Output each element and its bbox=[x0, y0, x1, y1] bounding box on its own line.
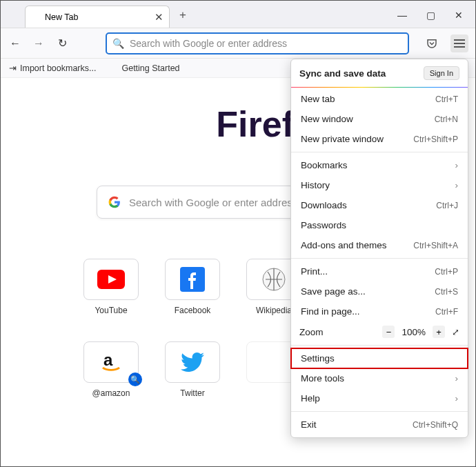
shortcut-amazon[interactable]: a 🔍 @amazon bbox=[83, 341, 139, 398]
import-bookmarks-label: Import bookmarks... bbox=[20, 63, 96, 73]
shortcut-label: YouTube bbox=[95, 306, 127, 315]
url-bar[interactable]: 🔍 bbox=[106, 32, 409, 54]
sync-heading: Sync and save data bbox=[299, 68, 386, 79]
svg-rect-1 bbox=[454, 39, 465, 41]
app-menu-button[interactable] bbox=[450, 34, 468, 52]
menu-exit[interactable]: ExitCtrl+Shift+Q bbox=[291, 415, 468, 435]
facebook-icon bbox=[180, 267, 205, 292]
search-pin-icon: 🔍 bbox=[128, 372, 142, 386]
window-minimize-button[interactable]: — bbox=[397, 10, 407, 21]
google-icon bbox=[108, 196, 121, 208]
menu-find[interactable]: Find in page...Ctrl+F bbox=[291, 301, 468, 321]
menu-new-private-window[interactable]: New private windowCtrl+Shift+P bbox=[291, 129, 468, 149]
getting-started-label: Getting Started bbox=[121, 63, 179, 73]
shortcut-label: Facebook bbox=[175, 306, 211, 315]
menu-new-tab[interactable]: New tabCtrl+T bbox=[291, 89, 468, 109]
youtube-icon bbox=[97, 270, 125, 289]
app-menu-panel: Sync and save data Sign In New tabCtrl+T… bbox=[290, 59, 468, 438]
amazon-icon: a bbox=[98, 350, 124, 374]
wikipedia-icon bbox=[261, 267, 286, 292]
chevron-right-icon: › bbox=[455, 160, 459, 170]
menu-save-page[interactable]: Save page as...Ctrl+S bbox=[291, 281, 468, 301]
shortcut-twitter[interactable]: Twitter bbox=[165, 341, 220, 398]
zoom-out-button[interactable]: − bbox=[382, 326, 395, 338]
chevron-right-icon: › bbox=[455, 393, 459, 404]
menu-bookmarks[interactable]: Bookmarks› bbox=[291, 155, 468, 175]
menu-downloads[interactable]: DownloadsCtrl+J bbox=[291, 195, 468, 215]
import-icon: ⇥ bbox=[9, 63, 17, 73]
chevron-right-icon: › bbox=[455, 373, 459, 384]
menu-zoom-row: Zoom − 100% + ⤢ bbox=[291, 321, 468, 342]
menu-print[interactable]: Print...Ctrl+P bbox=[291, 261, 468, 281]
chevron-right-icon: › bbox=[455, 180, 459, 190]
import-bookmarks-button[interactable]: ⇥ Import bookmarks... bbox=[9, 63, 96, 73]
firefox-favicon bbox=[31, 12, 41, 22]
svg-rect-3 bbox=[454, 46, 465, 48]
shortcut-label: Wikipedia bbox=[256, 306, 292, 315]
menu-passwords[interactable]: Passwords bbox=[291, 215, 468, 235]
back-button[interactable]: ← bbox=[8, 37, 23, 50]
shortcut-label: Twitter bbox=[180, 388, 204, 398]
window-controls: — ▢ ✕ bbox=[397, 10, 475, 28]
menu-settings[interactable]: Settings bbox=[291, 348, 468, 368]
firefox-logo bbox=[140, 93, 202, 155]
menu-help[interactable]: Help› bbox=[291, 388, 468, 408]
twitter-icon bbox=[181, 352, 204, 372]
pocket-icon[interactable] bbox=[423, 34, 441, 52]
window-maximize-button[interactable]: ▢ bbox=[426, 10, 435, 21]
zoom-in-button[interactable]: + bbox=[433, 326, 445, 338]
zoom-value: 100% bbox=[401, 327, 426, 337]
window-close-button[interactable]: ✕ bbox=[455, 10, 463, 21]
svg-rect-2 bbox=[454, 43, 465, 44]
fullscreen-button[interactable]: ⤢ bbox=[452, 327, 459, 337]
new-tab-button[interactable]: + bbox=[179, 8, 186, 22]
browser-tab[interactable]: New Tab ✕ bbox=[25, 6, 170, 28]
firefox-favicon-small bbox=[108, 63, 118, 73]
search-icon: 🔍 bbox=[112, 38, 124, 49]
getting-started-bookmark[interactable]: Getting Started bbox=[108, 63, 179, 73]
tab-title: New Tab bbox=[45, 12, 78, 22]
shortcut-facebook[interactable]: Facebook bbox=[165, 259, 220, 315]
menu-new-window[interactable]: New windowCtrl+N bbox=[291, 109, 468, 129]
nav-toolbar: ← → ↻ 🔍 bbox=[1, 28, 475, 59]
svg-text:a: a bbox=[103, 350, 113, 369]
menu-history[interactable]: History› bbox=[291, 175, 468, 195]
menu-more-tools[interactable]: More tools› bbox=[291, 368, 468, 388]
zoom-label: Zoom bbox=[299, 327, 324, 337]
shortcut-youtube[interactable]: YouTube bbox=[83, 259, 139, 315]
url-input[interactable] bbox=[130, 38, 402, 49]
title-bar: New Tab ✕ + — ▢ ✕ bbox=[1, 1, 475, 28]
forward-button[interactable]: → bbox=[31, 37, 46, 50]
menu-addons[interactable]: Add-ons and themesCtrl+Shift+A bbox=[291, 235, 468, 255]
shortcut-label: @amazon bbox=[92, 388, 130, 398]
reload-button[interactable]: ↻ bbox=[54, 37, 70, 50]
tab-close-icon[interactable]: ✕ bbox=[155, 11, 163, 23]
sign-in-button[interactable]: Sign In bbox=[424, 66, 459, 80]
